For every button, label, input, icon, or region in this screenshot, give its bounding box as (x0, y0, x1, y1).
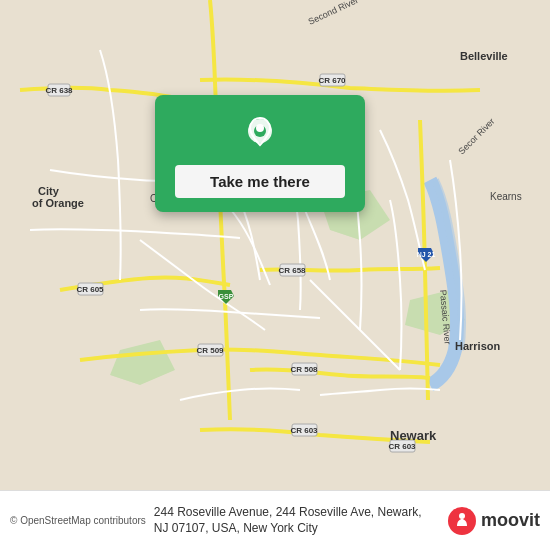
moovit-logo: moovit (447, 506, 540, 536)
svg-point-39 (256, 124, 264, 132)
svg-text:CR 603: CR 603 (388, 442, 416, 451)
location-card: Take me there (155, 95, 365, 212)
svg-point-41 (459, 513, 465, 519)
svg-text:CR 658: CR 658 (278, 266, 306, 275)
svg-text:NJ 21: NJ 21 (417, 251, 436, 258)
svg-rect-0 (0, 0, 550, 490)
svg-text:Harrison: Harrison (455, 340, 501, 352)
svg-text:CR 603: CR 603 (290, 426, 318, 435)
bottom-bar: © OpenStreetMap contributors 244 Rosevil… (0, 490, 550, 550)
svg-text:of Orange: of Orange (32, 197, 84, 209)
svg-text:CR 509: CR 509 (196, 346, 224, 355)
svg-text:CR 670: CR 670 (318, 76, 346, 85)
moovit-text: moovit (481, 510, 540, 531)
osm-attribution: © OpenStreetMap contributors (10, 515, 146, 526)
moovit-icon (447, 506, 477, 536)
svg-text:Kearns: Kearns (490, 191, 522, 202)
take-me-there-button[interactable]: Take me there (175, 165, 345, 198)
pin-icon (239, 113, 281, 155)
address-text: 244 Roseville Avenue, 244 Roseville Ave,… (154, 505, 439, 536)
svg-text:Belleville: Belleville (460, 50, 508, 62)
svg-text:GSP: GSP (219, 293, 234, 300)
svg-text:CR 508: CR 508 (290, 365, 318, 374)
svg-text:CR 605: CR 605 (76, 285, 104, 294)
map-container: CR 638 GSP GSP CR 670 NJ 21 CR 658 CR 60… (0, 0, 550, 490)
svg-text:City: City (38, 185, 60, 197)
svg-text:CR 638: CR 638 (45, 86, 73, 95)
svg-text:Newark: Newark (390, 428, 437, 443)
